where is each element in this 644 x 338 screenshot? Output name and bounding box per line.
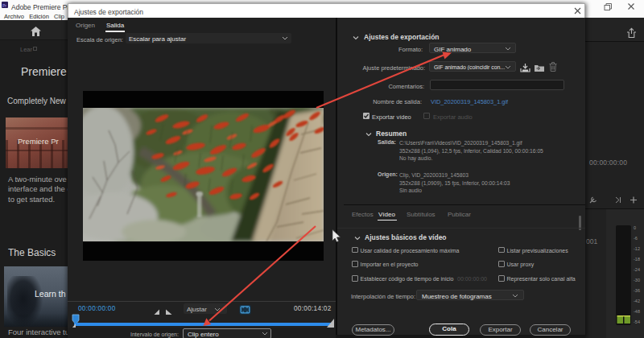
svg-text:-30: -30 (634, 278, 640, 282)
svg-text:-54: -54 (634, 319, 640, 324)
svg-text:-6: -6 (634, 236, 638, 241)
svg-text:-24: -24 (634, 267, 640, 272)
svg-text:-12: -12 (634, 246, 640, 251)
svg-text:-42: -42 (634, 299, 640, 303)
svg-text:-36: -36 (634, 288, 640, 293)
svg-text:-18: -18 (634, 257, 640, 262)
svg-text:0: 0 (634, 225, 636, 230)
svg-text:-48: -48 (634, 309, 640, 314)
